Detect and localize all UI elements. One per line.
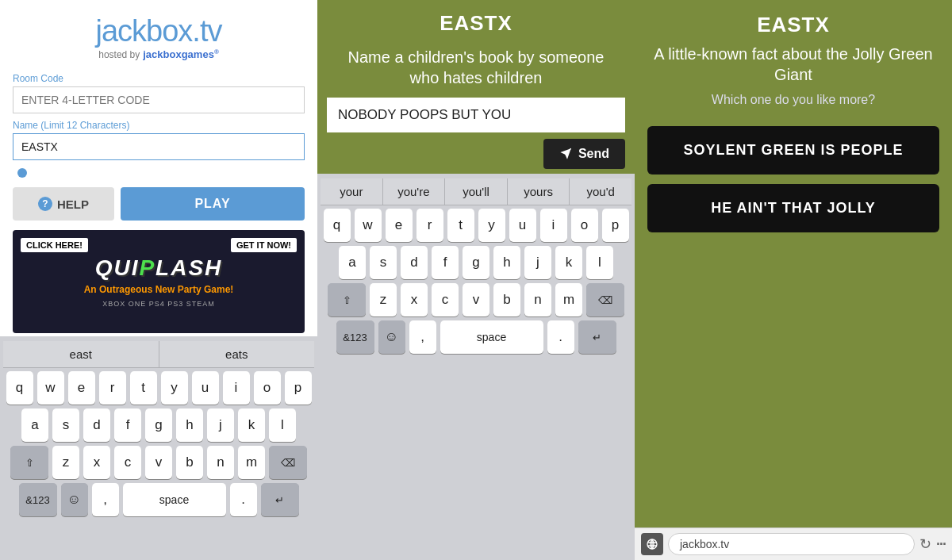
ad-get-it: GET IT NOW! [231,238,297,252]
key-w[interactable]: w [37,371,64,405]
key2-y[interactable]: y [478,209,505,242]
key2-s[interactable]: s [370,246,397,279]
choice-option-2[interactable]: HE AIN'T THAT JOLLY [647,184,939,232]
autocomplete-youre[interactable]: you're [383,178,446,205]
key2-d[interactable]: d [401,246,428,279]
key2-123[interactable]: &123 [336,320,374,354]
autocomplete-row: east eats [3,341,314,368]
key-m[interactable]: m [238,446,265,479]
send-button[interactable]: Send [543,139,625,169]
key-u[interactable]: u [192,371,219,405]
ad-banner[interactable]: CLICK HERE! GET IT NOW! QUIPLASH An Outr… [13,230,305,333]
key-backspace[interactable]: ⌫ [269,446,307,479]
key-j[interactable]: j [207,408,234,442]
key-v[interactable]: v [145,446,172,479]
key-enter[interactable]: ↵ [261,483,299,516]
autocomplete-youd[interactable]: you'd [570,178,631,205]
key-emoji[interactable]: ☺ [61,483,88,516]
key-y[interactable]: y [161,371,188,405]
key2-e[interactable]: e [386,209,413,242]
key2-g[interactable]: g [463,246,489,279]
key2-comma[interactable]: , [409,320,436,354]
key2-h[interactable]: h [493,246,520,279]
key2-m[interactable]: m [555,283,582,316]
key-e[interactable]: e [68,371,95,405]
key-o[interactable]: o [254,371,281,405]
key-t[interactable]: t [130,371,157,405]
key2-emoji[interactable]: ☺ [378,320,405,354]
key-n[interactable]: n [207,446,234,479]
name-input[interactable] [13,133,305,160]
key-l[interactable]: l [269,408,296,442]
key-r[interactable]: r [99,371,126,405]
choice-header: EASTX A little-known fact about the Joll… [635,0,952,113]
browser-reload-button[interactable]: ↻ [919,535,931,553]
key-d[interactable]: d [83,408,110,442]
key-k[interactable]: k [238,408,265,442]
choice-option-1[interactable]: SOYLENT GREEN IS PEOPLE [647,126,939,175]
key-c[interactable]: c [114,446,141,479]
key-p[interactable]: p [285,371,312,405]
ad-click-here: CLICK HERE! [21,238,88,252]
key-i[interactable]: i [223,371,250,405]
autocomplete-eats[interactable]: eats [159,341,315,367]
key2-j[interactable]: j [524,246,551,279]
key2-backspace[interactable]: ⌫ [586,283,624,316]
key-h[interactable]: h [176,408,203,442]
play-button[interactable]: PLAY [121,187,305,221]
browser-icon [641,533,663,555]
key2-u[interactable]: u [509,209,536,242]
key-row-2-4: &123 ☺ , space . ↵ [321,320,631,354]
key2-v[interactable]: v [463,283,489,316]
choice-title: A little-known fact about the Jolly Gree… [651,44,936,85]
key2-a[interactable]: a [339,246,366,279]
key2-w[interactable]: w [355,209,382,242]
key2-b[interactable]: b [493,283,520,316]
login-form: Room Code Name (Limit 12 Characters) [0,67,317,187]
key2-period[interactable]: . [547,320,574,354]
key2-z[interactable]: z [370,283,397,316]
key-row-2-1: q w e r t y u i o p [321,209,631,242]
brand-name: jackboxgames® [143,48,219,60]
key2-space[interactable]: space [440,320,543,354]
key-space[interactable]: space [123,483,226,516]
key-a[interactable]: a [21,408,48,442]
autocomplete-yours[interactable]: yours [508,178,570,205]
game-answer-input[interactable] [327,98,625,132]
room-code-input[interactable] [13,86,305,113]
key-shift[interactable]: ⇧ [10,446,48,479]
browser-url[interactable]: jackbox.tv [668,533,915,555]
key-f[interactable]: f [114,408,141,442]
key-period[interactable]: . [230,483,257,516]
key-comma[interactable]: , [92,483,119,516]
key-b[interactable]: b [176,446,203,479]
key2-n[interactable]: n [524,283,551,316]
key2-shift[interactable]: ⇧ [328,283,366,316]
key2-t[interactable]: t [447,209,474,242]
key-x[interactable]: x [83,446,110,479]
key2-c[interactable]: c [432,283,459,316]
autocomplete-youll[interactable]: you'll [445,178,508,205]
key-g[interactable]: g [145,408,172,442]
autocomplete-east[interactable]: east [3,341,159,367]
key2-x[interactable]: x [401,283,428,316]
key-s[interactable]: s [52,408,79,442]
game-player-name: EASTX [330,11,622,36]
key2-f[interactable]: f [432,246,459,279]
key2-k[interactable]: k [555,246,582,279]
key2-r[interactable]: r [416,209,443,242]
key2-q[interactable]: q [324,209,351,242]
key-z[interactable]: z [52,446,79,479]
autocomplete-your[interactable]: your [321,178,383,205]
key-row-4: &123 ☺ , space . ↵ [3,483,314,516]
key2-o[interactable]: o [571,209,598,242]
help-button[interactable]: ? HELP [13,187,114,221]
key-123[interactable]: &123 [19,483,57,516]
key2-i[interactable]: i [540,209,567,242]
name-label: Name (Limit 12 Characters) [13,120,305,131]
key2-enter[interactable]: ↵ [578,320,616,354]
key-q[interactable]: q [6,371,33,405]
key2-p[interactable]: p [602,209,629,242]
key2-l[interactable]: l [586,246,613,279]
browser-more-button[interactable]: ··· [936,536,946,553]
